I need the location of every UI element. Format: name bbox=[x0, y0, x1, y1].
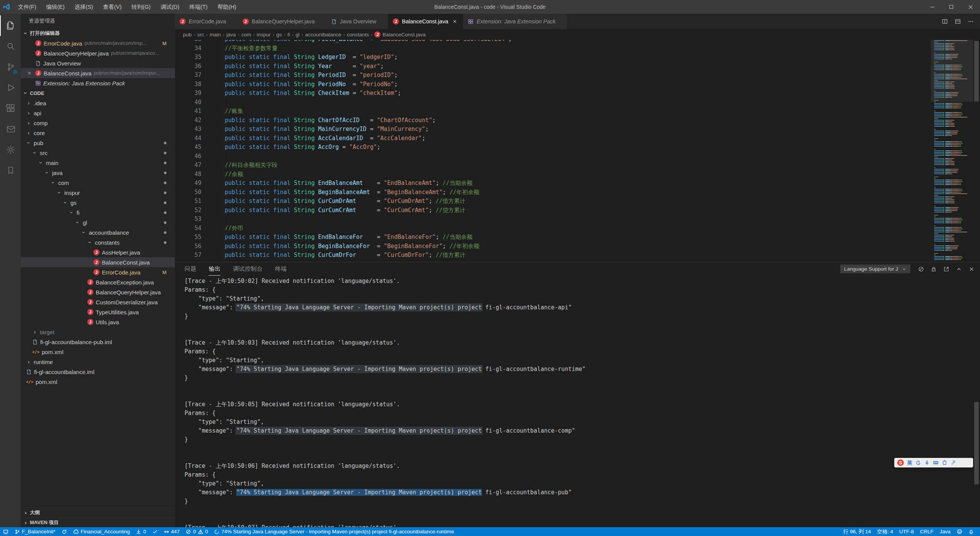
ime-mode-toggle[interactable]: 英 bbox=[907, 459, 912, 466]
code-line-52[interactable]: 52 public static final String CurCumCrAm… bbox=[175, 206, 931, 215]
status-language-mode[interactable]: Java bbox=[936, 527, 954, 536]
clipboard-icon[interactable] bbox=[942, 460, 947, 465]
tree-item-accountbalance[interactable]: ›accountbalance bbox=[21, 227, 175, 237]
close-icon[interactable] bbox=[451, 19, 458, 24]
code-line-49[interactable]: 49 public static final String EndBalance… bbox=[175, 179, 931, 188]
status-sync[interactable] bbox=[59, 527, 70, 536]
minimap[interactable] bbox=[931, 40, 973, 262]
code-line-56[interactable]: 56 public static final String BeginBalan… bbox=[175, 242, 931, 251]
mic-icon[interactable] bbox=[924, 460, 929, 465]
status-downloads[interactable]: 0 bbox=[133, 527, 149, 536]
code-area[interactable]: 33 public static final String Field_Bala… bbox=[175, 40, 931, 262]
tree-item-runtime[interactable]: ›runtime bbox=[21, 357, 175, 367]
code-line-53[interactable]: 53 bbox=[175, 215, 931, 224]
tree-item-idea[interactable]: ›.idea bbox=[21, 98, 175, 108]
output-content[interactable]: [Trace - 上午10:50:02] Received notificati… bbox=[175, 276, 980, 527]
menu-item-4[interactable]: 转到(G) bbox=[127, 0, 156, 14]
tree-item-inspur[interactable]: ›inspur bbox=[21, 188, 175, 198]
code-line-38[interactable]: 38 public static final String PeriodNo =… bbox=[175, 80, 931, 89]
tree-item-balanceexception-java[interactable]: JBalanceException.java bbox=[21, 277, 175, 287]
menu-item-3[interactable]: 查看(V) bbox=[98, 0, 126, 14]
breadcrumb-item-inspur[interactable]: inspur bbox=[257, 32, 271, 38]
menu-item-5[interactable]: 调试(D) bbox=[155, 0, 184, 14]
panel-tab-3[interactable]: 终端 bbox=[275, 262, 287, 276]
open-editor-item-extension-java-extension-pack[interactable]: Extension: Java Extension Pack bbox=[21, 78, 175, 88]
more-actions-icon[interactable] bbox=[968, 18, 974, 25]
tree-item-errorcode-java[interactable]: JErrorCode.javaM bbox=[21, 267, 175, 277]
breadcrumb-item-main[interactable]: main bbox=[210, 32, 221, 38]
breadcrumb-item-balanceconst-java[interactable]: JBalanceConst.java bbox=[374, 31, 426, 38]
tree-item-pom-xml[interactable]: </>pom.xml bbox=[21, 377, 175, 387]
tree-item-gl[interactable]: ›gl bbox=[21, 217, 175, 227]
code-line-57[interactable]: 57 public static final String CurCumDrFo… bbox=[175, 251, 931, 260]
moon-icon[interactable] bbox=[916, 460, 921, 466]
tree-item-fi-gl-accountbalance-iml[interactable]: fi-gl-accountbalance.iml bbox=[21, 367, 175, 377]
code-line-35[interactable]: 35 public static final String LedgerID =… bbox=[175, 53, 931, 62]
code-line-33[interactable]: 33 public static final String Field_Bala… bbox=[175, 40, 931, 44]
code-line-50[interactable]: 50 public static final String BeginBalan… bbox=[175, 188, 931, 197]
code-line-46[interactable]: 46 bbox=[175, 152, 931, 161]
open-editor-item-balanceconst-java[interactable]: J BalanceConst.java pub/src/main/java/co… bbox=[21, 68, 175, 78]
breadcrumb-item-com[interactable]: com bbox=[242, 32, 252, 38]
outline-section-header[interactable]: › 大纲 bbox=[21, 507, 175, 517]
code-line-45[interactable]: 45 public static final String AccOrg = "… bbox=[175, 143, 931, 152]
tab-balancequeryhelper-java[interactable]: J BalanceQueryHelper.java bbox=[238, 14, 327, 29]
tree-item-gs[interactable]: ›gs bbox=[21, 198, 175, 208]
tab-errorcode-java[interactable]: J ErrorCode.java bbox=[175, 14, 238, 29]
tree-item-balancequeryhelper-java[interactable]: JBalanceQueryHelper.java bbox=[21, 287, 175, 297]
tree-item-java[interactable]: ›java bbox=[21, 168, 175, 178]
tree-item-src[interactable]: ›src bbox=[21, 148, 175, 158]
menu-item-0[interactable]: 文件(F) bbox=[13, 0, 41, 14]
open-in-editor-icon[interactable] bbox=[943, 266, 949, 272]
panel-scrollbar-thumb[interactable] bbox=[974, 402, 979, 484]
tree-item-asshelper-java[interactable]: JAssHelper.java bbox=[21, 247, 175, 257]
editor-scrollbar-thumb[interactable] bbox=[974, 41, 979, 101]
maximize-button[interactable] bbox=[942, 0, 961, 14]
menu-item-1[interactable]: 编辑(E) bbox=[41, 0, 70, 14]
tree-item-utils-java[interactable]: JUtils.java bbox=[21, 317, 175, 327]
code-line-44[interactable]: 44 public static final String AccCalenda… bbox=[175, 134, 931, 143]
wrench-icon[interactable] bbox=[951, 460, 956, 465]
lock-scroll-icon[interactable] bbox=[931, 266, 937, 272]
panel-tab-1[interactable]: 输出 bbox=[209, 262, 220, 276]
status-project[interactable]: Financial_Accounting bbox=[70, 527, 133, 536]
tree-item-com[interactable]: ›com bbox=[21, 178, 175, 188]
breadcrumb-item-accountbalance[interactable]: accountbalance bbox=[305, 32, 341, 38]
tree-item-balanceconst-java[interactable]: JBalanceConst.java bbox=[21, 257, 175, 267]
status-eol[interactable]: CRLF bbox=[917, 527, 936, 536]
breadcrumb-item-java[interactable]: java bbox=[226, 32, 236, 38]
tree-item-target[interactable]: ›target bbox=[21, 327, 175, 337]
minimize-button[interactable] bbox=[923, 0, 942, 14]
maven-section-header[interactable]: › MAVEN 项目 bbox=[21, 517, 175, 527]
tree-item-api[interactable]: ›api bbox=[21, 108, 175, 118]
close-panel-icon[interactable] bbox=[969, 266, 975, 272]
tree-item-customdeserializer-java[interactable]: JCustomDeserializer.java bbox=[21, 297, 175, 307]
activity-source-control[interactable] bbox=[0, 57, 21, 77]
status-notifications[interactable] bbox=[965, 527, 977, 536]
tree-item-main[interactable]: ›main bbox=[21, 158, 175, 168]
panel-scrollbar[interactable] bbox=[973, 276, 980, 527]
code-line-39[interactable]: 39 public static final String CheckItem … bbox=[175, 89, 931, 98]
maximize-panel-icon[interactable] bbox=[956, 266, 962, 272]
code-line-41[interactable]: 41 //账集 bbox=[175, 107, 931, 116]
status-problems[interactable]: 00 bbox=[183, 527, 211, 536]
tree-item-pub[interactable]: ›pub bbox=[21, 138, 175, 148]
minimap-slider[interactable] bbox=[931, 40, 973, 102]
folder-section-header[interactable]: › CODE bbox=[21, 88, 175, 98]
code-line-36[interactable]: 36 public static final String Year = "ye… bbox=[175, 62, 931, 71]
ime-toolbar[interactable]: S 英 bbox=[894, 458, 973, 467]
activity-extensions[interactable] bbox=[0, 98, 21, 119]
code-line-48[interactable]: 48 //余额 bbox=[175, 170, 931, 179]
open-editor-item-java-overview[interactable]: Java Overview bbox=[21, 58, 175, 68]
tree-item-fi-gl-accountbalance-pub-iml[interactable]: fi-gl-accountbalance-pub.iml bbox=[21, 337, 175, 347]
breadcrumb-item-fi[interactable]: fi bbox=[287, 32, 290, 38]
breadcrumb-item-pub[interactable]: pub bbox=[183, 32, 192, 38]
editor-scrollbar[interactable] bbox=[973, 40, 980, 262]
close-icon[interactable] bbox=[27, 70, 32, 76]
activity-run-debug[interactable] bbox=[0, 77, 21, 98]
code-line-34[interactable]: 34 //平衡检查参数常量 bbox=[175, 44, 931, 53]
tab-java-overview[interactable]: Java Overview bbox=[327, 14, 388, 29]
breadcrumb-item-gl[interactable]: gl bbox=[296, 32, 300, 38]
keyboard-icon[interactable] bbox=[933, 460, 939, 466]
status-feedback[interactable] bbox=[954, 527, 965, 536]
